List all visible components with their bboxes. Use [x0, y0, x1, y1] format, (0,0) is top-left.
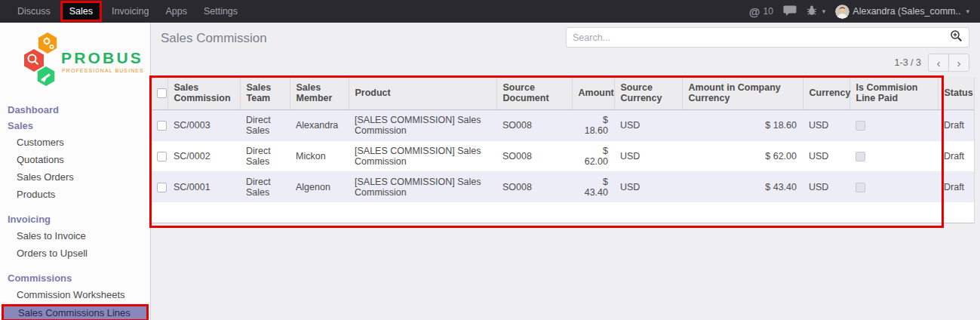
- sidebar-header-dashboard[interactable]: Dashboard: [0, 102, 150, 118]
- cell-sales-team: Direct Sales: [240, 109, 290, 140]
- paid-checkbox[interactable]: [856, 152, 865, 162]
- row-checkbox[interactable]: [157, 183, 167, 192]
- mention-icon: @: [749, 5, 760, 18]
- col-status[interactable]: Status: [938, 77, 974, 109]
- empty-list-area: [151, 202, 974, 223]
- cell-sales-member: Mickon: [290, 140, 349, 171]
- list-view: Sales Commission Sales Team Sales Member…: [151, 77, 975, 223]
- menu-discuss[interactable]: Discuss: [9, 0, 59, 23]
- search-icon[interactable]: [950, 29, 963, 45]
- paid-checkbox[interactable]: [856, 183, 865, 192]
- search-input[interactable]: [573, 32, 950, 43]
- cell-amount: $ 18.60: [572, 109, 614, 140]
- sidebar-nav: Dashboard Sales Customers Quotations Sal…: [0, 102, 150, 320]
- app-menu: Discuss Sales Invoicing Apps Settings: [0, 0, 246, 23]
- cell-sales-commission: SC/0001: [167, 171, 240, 202]
- commission-table: Sales Commission Sales Team Sales Member…: [151, 77, 974, 202]
- chat-bubble-icon: [783, 5, 797, 18]
- sidebar-item-customers[interactable]: Customers: [0, 134, 150, 151]
- table-row[interactable]: SC/0002 Direct Sales Mickon [SALES COMMI…: [151, 140, 974, 171]
- sidebar-item-sales-to-invoice[interactable]: Sales to Invoice: [0, 227, 150, 245]
- col-amount[interactable]: Amount: [572, 77, 614, 109]
- cell-source-document: SO008: [496, 140, 572, 171]
- sidebar-header-commissions[interactable]: Commissions: [0, 270, 150, 286]
- sidebar-header-invoicing[interactable]: Invoicing: [0, 211, 150, 227]
- pager-prev-button[interactable]: ‹: [928, 54, 949, 72]
- sidebar-item-quotations[interactable]: Quotations: [0, 151, 150, 168]
- company-logo: PROBUSE PROFESSIONAL BUSINESS: [0, 23, 150, 94]
- col-sales-member[interactable]: Sales Member: [290, 77, 349, 109]
- col-source-document[interactable]: Source Document: [496, 77, 572, 109]
- cell-currency: USD: [803, 171, 849, 202]
- user-name: Alexandra (Sales_comm..: [853, 6, 960, 17]
- avatar: [835, 5, 849, 19]
- col-currency[interactable]: Currency: [803, 77, 849, 109]
- logo-title: PROBUSE: [61, 49, 144, 66]
- search-box: [566, 27, 969, 48]
- table-header-row: Sales Commission Sales Team Sales Member…: [151, 77, 974, 109]
- sidebar-header-sales[interactable]: Sales: [0, 118, 150, 134]
- sidebar: PROBUSE PROFESSIONAL BUSINESS Dashboard …: [0, 23, 151, 320]
- cell-amount: $ 62.00: [572, 140, 614, 171]
- sidebar-item-sales-orders[interactable]: Sales Orders: [0, 168, 150, 186]
- systray: @ 10 ▾ Alexandra (Sales_comm.. ▾: [749, 0, 980, 23]
- pager-range: 1-3 / 3: [895, 57, 921, 68]
- select-all-checkbox[interactable]: [157, 88, 167, 98]
- pager-next-button[interactable]: ›: [948, 54, 969, 72]
- cell-source-document: SO008: [496, 109, 572, 140]
- cell-source-currency: USD: [614, 140, 682, 171]
- cell-sales-commission: SC/0002: [167, 140, 240, 171]
- logo-hexagon-red: [24, 49, 44, 72]
- cell-amount-company: $ 62.00: [682, 140, 803, 171]
- cell-amount-company: $ 43.40: [682, 171, 803, 202]
- menu-settings[interactable]: Settings: [195, 0, 246, 23]
- menu-apps[interactable]: Apps: [157, 0, 195, 23]
- pager: 1-3 / 3 ‹ ›: [895, 54, 969, 72]
- cell-status: Draft: [938, 140, 974, 171]
- cell-currency: USD: [803, 109, 849, 140]
- col-is-commission-paid[interactable]: Is Commision Line Paid: [849, 77, 938, 109]
- mentions-counter[interactable]: @ 10: [749, 5, 773, 18]
- sidebar-item-commission-worksheets[interactable]: Commission Worksheets: [0, 286, 150, 303]
- menu-sales[interactable]: Sales: [60, 1, 102, 22]
- sidebar-item-sales-commissions-lines[interactable]: Sales Commissions Lines: [2, 304, 149, 320]
- cell-source-currency: USD: [614, 171, 682, 202]
- chevron-down-icon: ▾: [966, 8, 969, 15]
- cell-sales-commission: SC/0003: [167, 109, 240, 140]
- cell-currency: USD: [803, 140, 849, 171]
- cell-status: Draft: [938, 171, 974, 202]
- cell-sales-member: Alexandra: [290, 109, 349, 140]
- col-source-currency[interactable]: Source Currency: [614, 77, 682, 109]
- col-sales-team[interactable]: Sales Team: [240, 77, 290, 109]
- menu-invoicing[interactable]: Invoicing: [103, 0, 157, 23]
- topbar: Discuss Sales Invoicing Apps Settings @ …: [0, 0, 980, 23]
- user-menu[interactable]: Alexandra (Sales_comm.. ▾: [835, 5, 969, 19]
- row-checkbox[interactable]: [157, 121, 167, 131]
- cell-sales-team: Direct Sales: [240, 171, 290, 202]
- paid-checkbox[interactable]: [856, 121, 865, 131]
- page: { "topbar": { "menus": [ { "label": "Dis…: [0, 0, 980, 320]
- messages-menu[interactable]: [783, 5, 797, 18]
- row-checkbox[interactable]: [157, 152, 167, 162]
- col-sales-commission[interactable]: Sales Commission: [167, 77, 240, 109]
- mention-count: 10: [763, 6, 773, 17]
- page-title: Sales Commission: [161, 31, 267, 46]
- chevron-down-icon: ▾: [822, 8, 826, 15]
- col-product[interactable]: Product: [349, 77, 496, 109]
- table-row[interactable]: SC/0001 Direct Sales Algenon [SALES COMM…: [151, 171, 974, 202]
- bug-icon: [806, 5, 817, 18]
- main-content: Sales Commission 1-3 / 3 ‹ › Sales Commi…: [151, 23, 980, 320]
- sidebar-item-orders-to-upsell[interactable]: Orders to Upsell: [0, 245, 150, 262]
- cell-product: [SALES COMMISSION] Sales Commission: [349, 140, 496, 171]
- cell-sales-member: Algenon: [290, 171, 349, 202]
- debug-menu[interactable]: ▾: [806, 5, 826, 18]
- cell-amount: $ 43.40: [572, 171, 614, 202]
- col-amount-company[interactable]: Amount in Company Currency: [682, 77, 803, 109]
- cell-status: Draft: [938, 109, 974, 140]
- cell-amount-company: $ 18.60: [682, 109, 803, 140]
- table-row[interactable]: SC/0003 Direct Sales Alexandra [SALES CO…: [151, 109, 974, 140]
- cell-product: [SALES COMMISSION] Sales Commission: [349, 109, 496, 140]
- sidebar-item-products[interactable]: Products: [0, 186, 150, 203]
- logo-subtitle: PROFESSIONAL BUSINESS: [62, 68, 144, 73]
- cell-sales-team: Direct Sales: [240, 140, 290, 171]
